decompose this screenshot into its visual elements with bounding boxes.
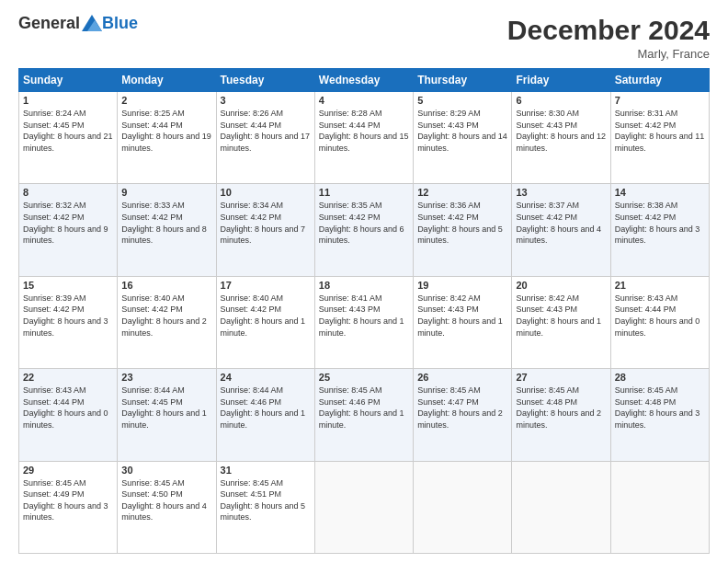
- day-number: 23: [121, 372, 211, 383]
- page: General Blue December 2024 Marly, France…: [0, 0, 728, 563]
- day-number: 8: [23, 187, 113, 198]
- day-number: 11: [319, 187, 409, 198]
- day-info: Sunrise: 8:42 AMSunset: 4:43 PMDaylight:…: [516, 293, 606, 339]
- calendar-cell: 19Sunrise: 8:42 AMSunset: 4:43 PMDayligh…: [414, 276, 512, 368]
- day-info: Sunrise: 8:41 AMSunset: 4:43 PMDaylight:…: [319, 293, 409, 339]
- calendar-cell: 27Sunrise: 8:45 AMSunset: 4:48 PMDayligh…: [512, 369, 610, 461]
- calendar-cell: 11Sunrise: 8:35 AMSunset: 4:42 PMDayligh…: [314, 184, 413, 276]
- calendar-cell: 31Sunrise: 8:45 AMSunset: 4:51 PMDayligh…: [216, 461, 314, 553]
- calendar-cell: 12Sunrise: 8:36 AMSunset: 4:42 PMDayligh…: [414, 184, 512, 276]
- day-info: Sunrise: 8:37 AMSunset: 4:42 PMDaylight:…: [516, 200, 606, 246]
- logo: General Blue: [18, 15, 138, 31]
- day-number: 10: [221, 187, 311, 198]
- day-number: 28: [615, 372, 705, 383]
- day-info: Sunrise: 8:45 AMSunset: 4:51 PMDaylight:…: [221, 477, 311, 523]
- day-info: Sunrise: 8:38 AMSunset: 4:42 PMDaylight:…: [615, 200, 705, 246]
- calendar-cell: 1Sunrise: 8:24 AMSunset: 4:45 PMDaylight…: [19, 92, 118, 184]
- day-number: 13: [516, 187, 606, 198]
- calendar-cell: 26Sunrise: 8:45 AMSunset: 4:47 PMDayligh…: [414, 369, 512, 461]
- day-info: Sunrise: 8:45 AMSunset: 4:48 PMDaylight:…: [516, 385, 606, 431]
- day-info: Sunrise: 8:25 AMSunset: 4:44 PMDaylight:…: [121, 108, 211, 154]
- day-number: 1: [23, 95, 113, 106]
- calendar-header-saturday: Saturday: [610, 69, 709, 92]
- day-number: 15: [23, 280, 113, 291]
- calendar-cell: 25Sunrise: 8:45 AMSunset: 4:46 PMDayligh…: [314, 369, 413, 461]
- calendar-cell: 21Sunrise: 8:43 AMSunset: 4:44 PMDayligh…: [610, 276, 709, 368]
- title-block: December 2024 Marly, France: [507, 15, 710, 61]
- calendar-cell: 16Sunrise: 8:40 AMSunset: 4:42 PMDayligh…: [118, 276, 216, 368]
- location: Marly, France: [507, 47, 710, 61]
- calendar-cell: 24Sunrise: 8:44 AMSunset: 4:46 PMDayligh…: [216, 369, 314, 461]
- day-info: Sunrise: 8:40 AMSunset: 4:42 PMDaylight:…: [121, 293, 211, 339]
- day-info: Sunrise: 8:43 AMSunset: 4:44 PMDaylight:…: [23, 385, 113, 431]
- day-info: Sunrise: 8:32 AMSunset: 4:42 PMDaylight:…: [23, 200, 113, 246]
- calendar-week-row: 8Sunrise: 8:32 AMSunset: 4:42 PMDaylight…: [19, 184, 710, 276]
- day-info: Sunrise: 8:29 AMSunset: 4:43 PMDaylight:…: [417, 108, 507, 154]
- calendar-cell: 2Sunrise: 8:25 AMSunset: 4:44 PMDaylight…: [118, 92, 216, 184]
- day-info: Sunrise: 8:36 AMSunset: 4:42 PMDaylight:…: [417, 200, 507, 246]
- calendar-table: SundayMondayTuesdayWednesdayThursdayFrid…: [18, 68, 710, 554]
- day-info: Sunrise: 8:43 AMSunset: 4:44 PMDaylight:…: [615, 293, 705, 339]
- day-info: Sunrise: 8:31 AMSunset: 4:42 PMDaylight:…: [615, 108, 705, 154]
- calendar-header-friday: Friday: [512, 69, 610, 92]
- calendar-cell: 15Sunrise: 8:39 AMSunset: 4:42 PMDayligh…: [19, 276, 118, 368]
- calendar-cell: [314, 461, 413, 553]
- day-info: Sunrise: 8:45 AMSunset: 4:48 PMDaylight:…: [615, 385, 705, 431]
- calendar-cell: 7Sunrise: 8:31 AMSunset: 4:42 PMDaylight…: [610, 92, 709, 184]
- calendar-cell: 13Sunrise: 8:37 AMSunset: 4:42 PMDayligh…: [512, 184, 610, 276]
- day-info: Sunrise: 8:40 AMSunset: 4:42 PMDaylight:…: [221, 293, 311, 339]
- day-number: 2: [121, 95, 211, 106]
- calendar-cell: 4Sunrise: 8:28 AMSunset: 4:44 PMDaylight…: [314, 92, 413, 184]
- calendar-cell: 22Sunrise: 8:43 AMSunset: 4:44 PMDayligh…: [19, 369, 118, 461]
- logo-general-text: General: [18, 15, 80, 31]
- day-number: 19: [417, 280, 507, 291]
- day-number: 25: [319, 372, 409, 383]
- calendar-cell: 3Sunrise: 8:26 AMSunset: 4:44 PMDaylight…: [216, 92, 314, 184]
- calendar-header-sunday: Sunday: [19, 69, 118, 92]
- month-title: December 2024: [507, 15, 710, 45]
- calendar-cell: 14Sunrise: 8:38 AMSunset: 4:42 PMDayligh…: [610, 184, 709, 276]
- day-info: Sunrise: 8:24 AMSunset: 4:45 PMDaylight:…: [23, 108, 113, 154]
- calendar-cell: [512, 461, 610, 553]
- calendar-cell: 29Sunrise: 8:45 AMSunset: 4:49 PMDayligh…: [19, 461, 118, 553]
- calendar-header-monday: Monday: [118, 69, 216, 92]
- day-number: 31: [221, 465, 311, 476]
- day-number: 24: [221, 372, 311, 383]
- day-number: 9: [121, 187, 211, 198]
- calendar-cell: 10Sunrise: 8:34 AMSunset: 4:42 PMDayligh…: [216, 184, 314, 276]
- day-number: 6: [516, 95, 606, 106]
- day-number: 3: [221, 95, 311, 106]
- calendar-cell: 6Sunrise: 8:30 AMSunset: 4:43 PMDaylight…: [512, 92, 610, 184]
- day-info: Sunrise: 8:45 AMSunset: 4:49 PMDaylight:…: [23, 477, 113, 523]
- day-number: 22: [23, 372, 113, 383]
- day-info: Sunrise: 8:45 AMSunset: 4:50 PMDaylight:…: [121, 477, 211, 523]
- logo-blue-text: Blue: [102, 15, 138, 31]
- day-number: 18: [319, 280, 409, 291]
- day-number: 14: [615, 187, 705, 198]
- calendar-header-thursday: Thursday: [414, 69, 512, 92]
- day-number: 17: [221, 280, 311, 291]
- day-number: 12: [417, 187, 507, 198]
- calendar-cell: 17Sunrise: 8:40 AMSunset: 4:42 PMDayligh…: [216, 276, 314, 368]
- day-info: Sunrise: 8:44 AMSunset: 4:46 PMDaylight:…: [221, 385, 311, 431]
- day-number: 20: [516, 280, 606, 291]
- day-number: 29: [23, 465, 113, 476]
- calendar-cell: 23Sunrise: 8:44 AMSunset: 4:45 PMDayligh…: [118, 369, 216, 461]
- calendar-cell: [610, 461, 709, 553]
- calendar-cell: 18Sunrise: 8:41 AMSunset: 4:43 PMDayligh…: [314, 276, 413, 368]
- day-number: 7: [615, 95, 705, 106]
- day-info: Sunrise: 8:35 AMSunset: 4:42 PMDaylight:…: [319, 200, 409, 246]
- day-info: Sunrise: 8:39 AMSunset: 4:42 PMDaylight:…: [23, 293, 113, 339]
- calendar-cell: 5Sunrise: 8:29 AMSunset: 4:43 PMDaylight…: [414, 92, 512, 184]
- calendar-cell: 28Sunrise: 8:45 AMSunset: 4:48 PMDayligh…: [610, 369, 709, 461]
- day-info: Sunrise: 8:44 AMSunset: 4:45 PMDaylight:…: [121, 385, 211, 431]
- calendar-cell: [414, 461, 512, 553]
- logo-icon: [82, 15, 102, 31]
- day-info: Sunrise: 8:42 AMSunset: 4:43 PMDaylight:…: [417, 293, 507, 339]
- day-number: 30: [121, 465, 211, 476]
- day-number: 26: [417, 372, 507, 383]
- calendar-cell: 9Sunrise: 8:33 AMSunset: 4:42 PMDaylight…: [118, 184, 216, 276]
- header: General Blue December 2024 Marly, France: [18, 15, 710, 61]
- day-number: 16: [121, 280, 211, 291]
- calendar-cell: 8Sunrise: 8:32 AMSunset: 4:42 PMDaylight…: [19, 184, 118, 276]
